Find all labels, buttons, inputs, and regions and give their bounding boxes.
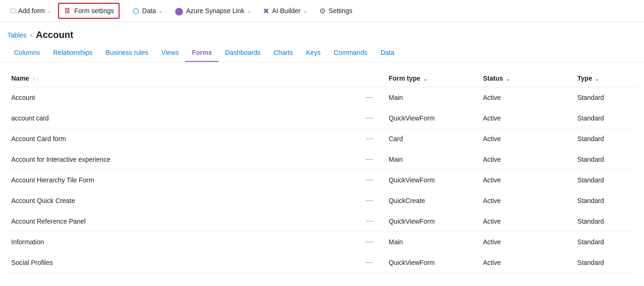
cell-formtype-7: Main	[385, 232, 479, 252]
cell-type-3: Standard	[574, 149, 637, 170]
table-row: Information ⋯ Main Active Standard	[7, 232, 637, 252]
cell-status-4: Active	[479, 170, 574, 190]
toolbar-divider-1	[123, 5, 124, 16]
cell-formtype-4: QuickViewForm	[385, 170, 479, 190]
cell-name-0: Account	[7, 87, 353, 108]
ai-builder-chevron: ⌄	[303, 8, 307, 14]
table-header: Name ↑ ↓ Form type ⌄ Status ⌄ Type	[7, 70, 637, 87]
subnav-tab-charts[interactable]: Charts	[267, 44, 300, 62]
row-menu-button-3[interactable]: ⋯	[363, 154, 376, 165]
row-menu-button-8[interactable]: ⋯	[363, 257, 376, 268]
breadcrumb: Tables › Account	[0, 22, 644, 44]
form-settings-label: Form settings	[74, 7, 114, 15]
cell-name-7: Information	[7, 232, 353, 252]
cell-formtype-6: QuickViewForm	[385, 211, 479, 232]
add-form-chevron: ⌄	[47, 8, 51, 14]
row-menu-button-7[interactable]: ⋯	[363, 236, 376, 247]
cell-type-6: Standard	[574, 211, 637, 232]
cell-dots-0: ⋯	[353, 87, 385, 108]
cell-dots-6: ⋯	[353, 211, 385, 232]
subnav-tab-views[interactable]: Views	[155, 44, 185, 62]
data-chevron: ⌄	[159, 8, 163, 14]
cell-formtype-0: Main	[385, 87, 479, 108]
name-sort-up-icon[interactable]: ↑	[33, 76, 35, 82]
table-row: Account ⋯ Main Active Standard	[7, 87, 637, 108]
row-menu-button-1[interactable]: ⋯	[363, 113, 376, 123]
table-row: Account Quick Create ⋯ QuickCreate Activ…	[7, 190, 637, 211]
settings-button[interactable]: ⚙ Settings	[314, 3, 358, 19]
cell-formtype-2: Card	[385, 128, 479, 149]
cell-status-2: Active	[479, 128, 574, 149]
cell-name-4: Account Hierarchy Tile Form	[7, 170, 353, 190]
subnav-tab-business-rules[interactable]: Business rules	[99, 44, 155, 62]
col-header-dots	[353, 70, 385, 87]
add-form-label: Add form	[18, 7, 45, 15]
cell-dots-4: ⋯	[353, 170, 385, 190]
col-name-label: Name	[11, 75, 29, 82]
col-header-name: Name ↑ ↓	[7, 70, 353, 87]
form-settings-icon: 🗎	[64, 7, 71, 15]
cell-dots-7: ⋯	[353, 232, 385, 252]
cell-status-3: Active	[479, 149, 574, 170]
add-form-button[interactable]: □ Add form ⌄	[6, 3, 56, 18]
breadcrumb-current: Account	[36, 30, 73, 40]
col-type-label: Type	[577, 75, 592, 82]
ai-builder-icon: ✖	[263, 7, 269, 15]
status-filter-icon[interactable]: ⌄	[506, 76, 509, 82]
formtype-filter-icon[interactable]: ⌄	[423, 76, 427, 82]
table-row: Account Hierarchy Tile Form ⋯ QuickViewF…	[7, 170, 637, 190]
name-sort-down-icon[interactable]: ↓	[36, 76, 38, 82]
row-menu-button-6[interactable]: ⋯	[363, 216, 376, 226]
cell-name-1: account card	[7, 108, 353, 128]
cell-name-2: Account Card form	[7, 128, 353, 149]
table-container: Name ↑ ↓ Form type ⌄ Status ⌄ Type	[0, 62, 644, 273]
toolbar: □ Add form ⌄ 🗎 Form settings ⬡ Data ⌄ ⬤ …	[0, 0, 644, 22]
azure-synapse-button[interactable]: ⬤ Azure Synapse Link ⌄	[170, 3, 256, 19]
type-filter-icon[interactable]: ⌄	[595, 76, 599, 82]
cell-formtype-8: QuickViewForm	[385, 252, 479, 273]
table-row: Social Profiles ⋯ QuickViewForm Active S…	[7, 252, 637, 273]
row-menu-button-4[interactable]: ⋯	[363, 174, 376, 185]
col-status-label: Status	[483, 75, 503, 82]
cell-dots-5: ⋯	[353, 190, 385, 211]
cell-type-2: Standard	[574, 128, 637, 149]
table-row: Account Card form ⋯ Card Active Standard	[7, 128, 637, 149]
row-menu-button-0[interactable]: ⋯	[363, 92, 376, 103]
cell-status-5: Active	[479, 190, 574, 211]
cell-name-5: Account Quick Create	[7, 190, 353, 211]
subnav-tab-columns[interactable]: Columns	[7, 44, 46, 62]
cell-formtype-3: Main	[385, 149, 479, 170]
name-sort-icons[interactable]: ↑ ↓	[33, 76, 38, 82]
cell-status-8: Active	[479, 252, 574, 273]
cell-formtype-1: QuickViewForm	[385, 108, 479, 128]
cell-dots-8: ⋯	[353, 252, 385, 273]
data-button[interactable]: ⬡ Data ⌄	[127, 3, 168, 19]
table-body: Account ⋯ Main Active Standard account c…	[7, 87, 637, 273]
table-row: Account for Interactive experience ⋯ Mai…	[7, 149, 637, 170]
col-header-type: Type ⌄	[574, 70, 637, 87]
subnav-tab-keys[interactable]: Keys	[300, 44, 327, 62]
add-form-icon: □	[11, 7, 15, 15]
cell-status-7: Active	[479, 232, 574, 252]
subnav-tab-forms[interactable]: Forms	[185, 44, 218, 62]
cell-formtype-5: QuickCreate	[385, 190, 479, 211]
breadcrumb-separator: ›	[30, 32, 32, 38]
subnav-tab-commands[interactable]: Commands	[327, 44, 374, 62]
subnav-tab-dashboards[interactable]: Dashboards	[218, 44, 267, 62]
cell-dots-2: ⋯	[353, 128, 385, 149]
row-menu-button-2[interactable]: ⋯	[363, 133, 376, 144]
form-settings-button[interactable]: 🗎 Form settings	[58, 3, 120, 19]
table-row: Account Reference Panel ⋯ QuickViewForm …	[7, 211, 637, 232]
col-formtype-label: Form type	[389, 75, 420, 82]
ai-builder-label: AI Builder	[272, 7, 300, 15]
row-menu-button-5[interactable]: ⋯	[363, 195, 376, 206]
breadcrumb-parent[interactable]: Tables	[7, 31, 26, 39]
col-header-formtype: Form type ⌄	[385, 70, 479, 87]
subnav-tab-relationships[interactable]: Relationships	[46, 44, 99, 62]
table-row: account card ⋯ QuickViewForm Active Stan…	[7, 108, 637, 128]
data-label: Data	[142, 7, 156, 15]
ai-builder-button[interactable]: ✖ AI Builder ⌄	[258, 3, 312, 19]
subnav-tab-data[interactable]: Data	[374, 44, 401, 62]
cell-type-4: Standard	[574, 170, 637, 190]
cell-name-8: Social Profiles	[7, 252, 353, 273]
